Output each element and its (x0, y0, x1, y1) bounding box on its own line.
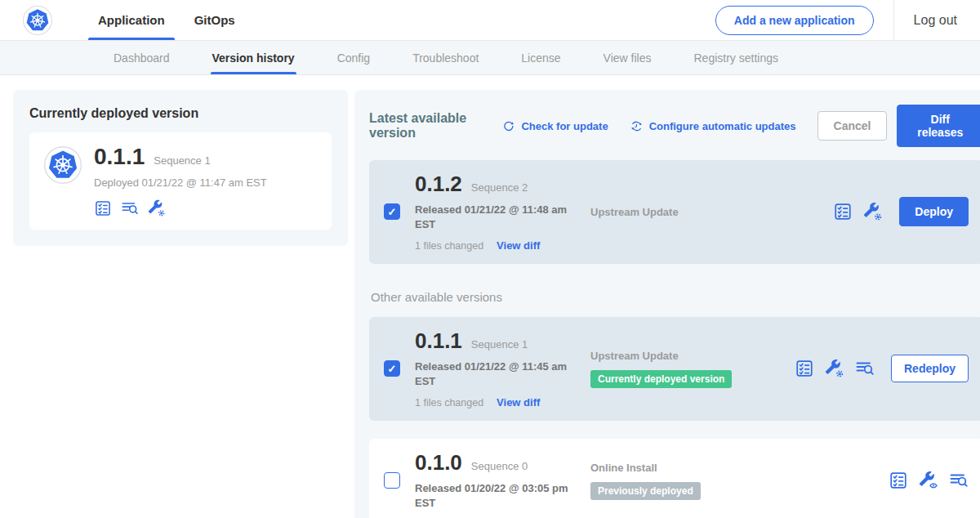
tab-gitops[interactable]: GitOps (180, 0, 250, 40)
release-notes-icon[interactable] (889, 471, 908, 490)
release-notes-icon[interactable] (94, 199, 112, 217)
release-notes-icon[interactable] (795, 359, 814, 378)
version-row: 0.1.0 Sequence 0 Released 01/20/22 @ 03:… (369, 439, 980, 518)
main-content: Currently deployed version 0.1.1 Sequenc… (0, 75, 980, 518)
view-diff-link[interactable]: View diff (497, 396, 540, 409)
version-select-checkbox[interactable] (384, 360, 400, 377)
view-config-icon[interactable] (919, 471, 938, 490)
deploy-button[interactable]: Deploy (899, 197, 969, 226)
add-new-application-button[interactable]: Add a new application (715, 6, 874, 35)
version-source-label: Upstream Update (590, 350, 795, 362)
version-select-checkbox[interactable] (384, 203, 400, 220)
tab-view-files[interactable]: View files (604, 41, 652, 74)
top-nav-spacer (250, 0, 715, 40)
version-select-checkbox[interactable] (384, 472, 400, 489)
files-changed-label: 1 files changed (415, 397, 483, 409)
refresh-icon (501, 119, 515, 133)
previously-deployed-badge: Previously deployed (590, 482, 701, 500)
version-number: 0.1.0 (415, 451, 462, 475)
tab-application-label: Application (98, 13, 165, 27)
released-timestamp: Released 01/20/22 @ 03:05 pm EST (415, 481, 572, 511)
view-files-icon[interactable] (121, 199, 139, 217)
release-notes-icon[interactable] (833, 202, 853, 221)
tab-application[interactable]: Application (83, 0, 180, 40)
version-number: 0.1.1 (415, 329, 462, 353)
latest-available-title: Latest available version (369, 111, 488, 141)
check-for-update-label: Check for update (521, 120, 608, 132)
top-nav: Application GitOps Add a new application… (0, 0, 980, 41)
edit-config-icon[interactable] (148, 199, 166, 217)
tab-gitops-label: GitOps (194, 13, 235, 27)
sequence-label: Sequence 0 (471, 460, 528, 472)
tab-registry-settings[interactable]: Registry settings (693, 41, 777, 74)
logout-button[interactable]: Log out (894, 0, 980, 40)
tab-license[interactable]: License (521, 41, 560, 74)
released-timestamp: Released 01/21/22 @ 11:45 am EST (415, 359, 572, 389)
tab-version-history[interactable]: Version history (212, 41, 295, 74)
deployed-sequence-label: Sequence 1 (154, 154, 210, 167)
app-logo-icon (44, 146, 82, 184)
edit-config-icon[interactable] (863, 202, 883, 221)
configure-automatic-updates-label: Configure automatic updates (649, 120, 796, 132)
currently-deployed-badge: Currently deployed version (590, 370, 732, 388)
version-source-label: Upstream Update (590, 206, 795, 218)
view-files-icon[interactable] (855, 359, 875, 378)
deployed-timestamp: Deployed 01/21/22 @ 11:47 am EST (94, 176, 267, 189)
released-timestamp: Released 01/21/22 @ 11:48 am EST (415, 203, 572, 232)
tab-dashboard[interactable]: Dashboard (114, 41, 170, 74)
sequence-label: Sequence 1 (471, 338, 528, 351)
other-available-versions-title: Other available versions (371, 290, 980, 304)
auto-update-clock-icon (630, 119, 644, 133)
files-changed-label: 1 files changed (415, 240, 483, 252)
version-number: 0.1.2 (415, 172, 462, 196)
diff-releases-button[interactable]: Diff releases (897, 105, 980, 147)
edit-config-icon[interactable] (825, 359, 844, 378)
available-versions-panel: Latest available version Check for updat… (354, 90, 980, 518)
sequence-label: Sequence 2 (471, 181, 528, 194)
kubernetes-logo-icon (23, 6, 52, 35)
currently-deployed-title: Currently deployed version (29, 106, 332, 121)
tab-config[interactable]: Config (337, 41, 370, 74)
currently-deployed-card: Currently deployed version 0.1.1 Sequenc… (13, 90, 348, 246)
deployed-version-number: 0.1.1 (94, 145, 145, 170)
redeploy-button[interactable]: Redeploy (891, 355, 969, 382)
app-sub-nav: Dashboard Version history Config Trouble… (0, 41, 980, 75)
version-source-label: Online Install (590, 462, 795, 474)
configure-automatic-updates-link[interactable]: Configure automatic updates (630, 119, 796, 133)
check-for-update-link[interactable]: Check for update (501, 119, 608, 133)
version-row: 0.1.1 Sequence 1 Released 01/21/22 @ 11:… (369, 317, 980, 421)
view-diff-link[interactable]: View diff (497, 239, 540, 252)
version-row: 0.1.2 Sequence 2 Released 01/21/22 @ 11:… (369, 160, 980, 264)
deployed-version-card: 0.1.1 Sequence 1 Deployed 01/21/22 @ 11:… (29, 132, 332, 230)
cancel-button[interactable]: Cancel (817, 111, 888, 141)
tab-troubleshoot[interactable]: Troubleshoot (412, 41, 479, 74)
view-files-icon[interactable] (949, 471, 969, 490)
